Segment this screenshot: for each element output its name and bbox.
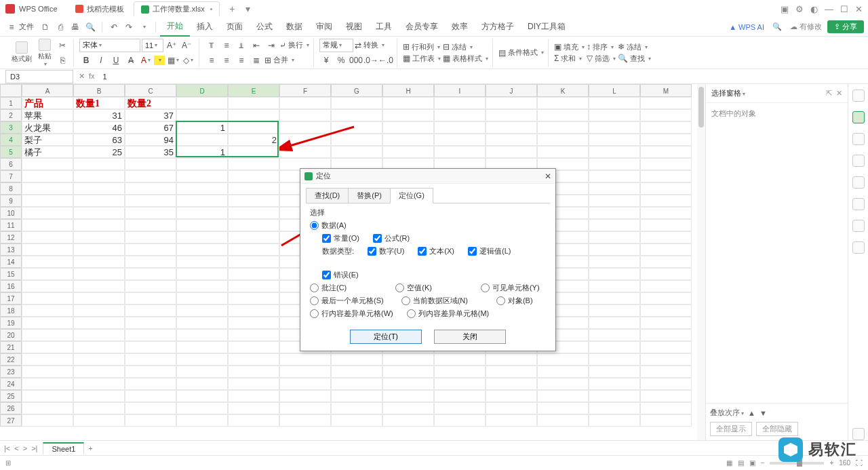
cell[interactable] (640, 317, 692, 329)
cell[interactable] (22, 353, 73, 366)
clear-icon[interactable]: ◇ (181, 54, 195, 67)
radio-blank[interactable]: 空值(K) (395, 283, 432, 293)
decimal-inc-icon[interactable]: .0→ (364, 54, 378, 67)
freeze2-button[interactable]: ❄冻结 (618, 42, 651, 52)
cell[interactable] (331, 97, 382, 109)
cell[interactable] (589, 378, 640, 390)
cell[interactable] (228, 366, 279, 378)
ribbon-tab[interactable]: 会员专享 (399, 18, 445, 37)
cell[interactable] (434, 378, 486, 390)
cell[interactable] (73, 366, 125, 378)
cell[interactable] (73, 329, 125, 341)
cell[interactable] (640, 207, 692, 219)
cell[interactable] (73, 170, 125, 182)
cell[interactable] (125, 280, 176, 292)
cell[interactable] (640, 231, 692, 243)
cell[interactable] (589, 182, 640, 195)
conditional-format-button[interactable]: ▤条件格式 (498, 47, 544, 58)
cell[interactable] (176, 268, 228, 280)
ribbon-tab[interactable]: 审阅 (309, 18, 339, 37)
wrap-button[interactable]: ⤶换行 (279, 40, 309, 50)
check-logical[interactable]: 逻辑值(L) (468, 246, 511, 256)
cell[interactable] (589, 97, 640, 109)
last-sheet-icon[interactable]: >| (31, 444, 37, 452)
cell[interactable] (434, 414, 486, 427)
cell[interactable] (176, 109, 228, 121)
close-window-icon[interactable]: ✕ (855, 4, 863, 14)
cell[interactable] (537, 366, 589, 378)
zoom-out-icon[interactable]: − (761, 459, 765, 467)
maximize-icon[interactable]: ☐ (840, 4, 848, 14)
cell[interactable] (228, 280, 279, 292)
redo-icon[interactable]: ↷ (123, 21, 135, 33)
cell[interactable] (434, 353, 486, 366)
cell[interactable] (486, 121, 537, 134)
cell[interactable] (486, 109, 537, 121)
view-mode-icon[interactable]: ▣ (749, 459, 755, 467)
cell[interactable] (382, 97, 434, 109)
column-header[interactable]: E (228, 84, 279, 97)
share-button[interactable]: ⇪分享 (827, 20, 864, 33)
cell[interactable]: 46 (73, 121, 125, 134)
cell[interactable] (228, 390, 279, 402)
cell[interactable] (228, 353, 279, 366)
cell[interactable] (434, 146, 486, 158)
cell[interactable] (640, 219, 692, 231)
cell[interactable] (228, 146, 279, 158)
cell[interactable]: 数量1 (73, 97, 125, 109)
cell[interactable] (640, 292, 692, 305)
row-header[interactable]: 11 (0, 219, 22, 231)
cell[interactable] (176, 329, 228, 341)
radio-current[interactable]: 当前数据区域(N) (401, 296, 468, 306)
cell[interactable] (434, 390, 486, 402)
cell[interactable] (176, 243, 228, 256)
cell[interactable] (331, 390, 382, 402)
align-middle-icon[interactable]: ≡ (220, 39, 233, 52)
cell[interactable] (228, 158, 279, 170)
status-icon[interactable]: ⊞ (5, 459, 11, 467)
cell[interactable] (537, 353, 589, 366)
cell[interactable] (279, 353, 331, 366)
cell[interactable] (589, 256, 640, 268)
cell[interactable] (434, 121, 486, 134)
percent-icon[interactable]: % (334, 54, 348, 67)
ribbon-tab[interactable]: 公式 (250, 18, 279, 37)
strip-rowcol-icon[interactable] (852, 155, 865, 167)
row-header[interactable]: 9 (0, 195, 22, 207)
cell[interactable] (640, 158, 692, 170)
check-text[interactable]: 文本(X) (418, 246, 454, 256)
cell[interactable] (331, 366, 382, 378)
goto-cancel-button[interactable]: 关闭 (434, 330, 506, 344)
cell[interactable] (279, 134, 331, 146)
cell[interactable] (73, 341, 125, 353)
cell[interactable] (279, 414, 331, 427)
cell[interactable] (640, 243, 692, 256)
cell[interactable] (125, 366, 176, 378)
decrease-font-icon[interactable]: A⁻ (180, 39, 193, 52)
cell[interactable] (589, 341, 640, 353)
cell[interactable] (176, 256, 228, 268)
document-tab-template[interactable]: 找稻壳模板 (68, 1, 131, 16)
cell[interactable] (125, 341, 176, 353)
cell[interactable] (537, 414, 589, 427)
rowcol-button[interactable]: ⊞行和列 (403, 42, 441, 52)
cell[interactable] (537, 134, 589, 146)
cell[interactable] (73, 353, 125, 366)
cell[interactable] (73, 256, 125, 268)
cell[interactable] (279, 109, 331, 121)
cell[interactable] (640, 268, 692, 280)
merge-button[interactable]: ⊞合并 (264, 55, 294, 65)
row-header[interactable]: 26 (0, 402, 22, 414)
cell[interactable]: 37 (125, 109, 176, 121)
row-header[interactable]: 2 (0, 109, 22, 121)
print-icon[interactable]: 🖶 (69, 21, 81, 33)
cell[interactable] (589, 414, 640, 427)
cell[interactable] (382, 146, 434, 158)
cell[interactable] (176, 97, 228, 109)
copy-icon[interactable]: ⎘ (56, 54, 69, 67)
cell[interactable] (486, 402, 537, 414)
select-all-corner[interactable] (0, 84, 22, 97)
dialog-tab-goto[interactable]: 定位(G) (390, 188, 433, 203)
cell[interactable] (176, 280, 228, 292)
file-menu[interactable]: 文件 (19, 22, 34, 32)
